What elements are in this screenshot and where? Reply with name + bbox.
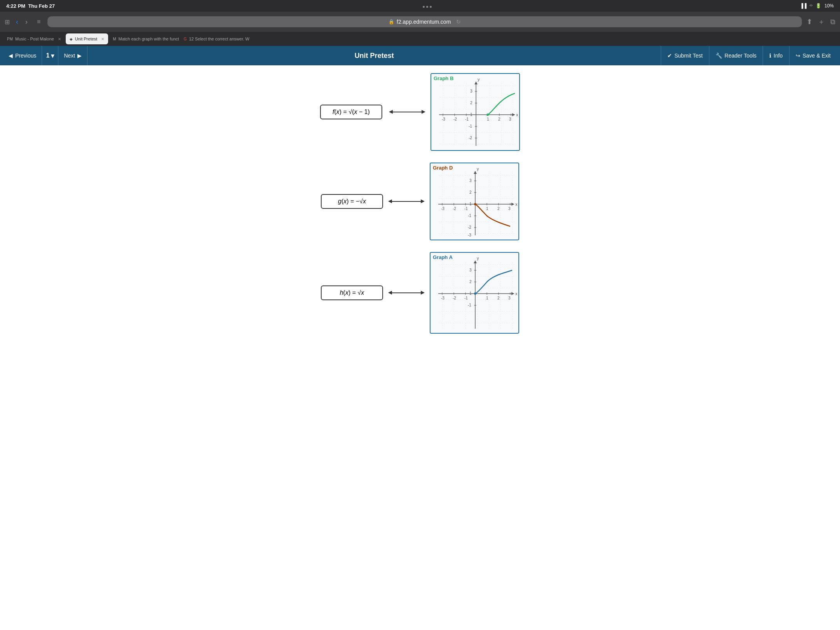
svg-text:-3: -3	[442, 117, 445, 121]
forward-button[interactable]: ›	[23, 16, 30, 28]
next-icon: ▶	[77, 52, 82, 59]
function-row-d: g(x) = −√x ▶ ◀ Graph D	[264, 163, 576, 240]
checkmark-icon: ✔	[667, 52, 672, 59]
svg-text:x: x	[515, 202, 518, 206]
previous-button[interactable]: ◀ Previous	[3, 46, 42, 65]
address-bar[interactable]: 🔒 f2.app.edmentum.com ↻	[47, 16, 802, 27]
question-number: 1	[46, 52, 49, 59]
graph-d-svg: x y -3 -2 -1 1 2 3 3 2 1 -1 -2 -3	[430, 163, 519, 240]
tab-match[interactable]: M Match each graph with the functi...	[109, 33, 179, 44]
svg-text:x: x	[516, 112, 518, 117]
tab-match-label: Match each graph with the functi...	[118, 37, 179, 41]
wifi-icon: ⌔	[810, 3, 812, 9]
svg-text:-1: -1	[469, 124, 472, 128]
toolbar-right: ✔ Submit Test 🔧 Reader Tools ℹ Info ↪ Sa…	[661, 46, 837, 65]
function-box-f: f(x) = √(x − 1)	[320, 105, 382, 119]
svg-text:x: x	[515, 291, 518, 296]
arrow-h: ▶ ◀	[391, 292, 422, 293]
tab-unit-label: Unit Pretest	[75, 37, 97, 41]
save-exit-button[interactable]: ↪ Save & Exit	[789, 46, 837, 65]
reading-mode-button[interactable]: ≡	[35, 17, 43, 27]
previous-label: Previous	[15, 52, 36, 59]
battery-percent: 10%	[824, 3, 834, 9]
svg-text:1: 1	[487, 117, 489, 121]
graph-b-svg: x y -3 -2 -1 1 2 3 3 2 1 -1 -2	[431, 74, 520, 151]
svg-text:3: 3	[469, 268, 472, 272]
info-button[interactable]: ℹ Info	[763, 46, 789, 65]
svg-text:-1: -1	[468, 303, 471, 307]
tab-select-icon: G	[184, 37, 187, 41]
nav-icons: ⊞ ‹ ›	[5, 16, 30, 28]
toolbar-title: Unit Pretest	[88, 52, 661, 60]
status-time: 4:22 PM Thu Feb 27	[6, 3, 55, 9]
url-text: f2.app.edmentum.com	[397, 19, 451, 25]
svg-text:2: 2	[498, 117, 500, 121]
svg-text:-1: -1	[465, 117, 469, 121]
svg-text:-1: -1	[464, 296, 468, 300]
function-f-label: f(x) = √(x − 1)	[332, 108, 370, 115]
new-tab-icon[interactable]: ＋	[818, 17, 825, 26]
toolbar: ◀ Previous 1 ▾ Next ▶ Unit Pretest ✔ Sub…	[0, 46, 840, 65]
next-button[interactable]: Next ▶	[58, 46, 88, 65]
reload-button[interactable]: ↻	[456, 19, 461, 25]
graph-a-container: Graph A x y -3 -2 -1 1 2	[430, 252, 519, 334]
tab-select-label: 12 Select the correct answer. Wh...	[189, 37, 250, 41]
tab-match-icon: M	[113, 37, 116, 41]
browser-tabs: PM Music - Post Malone ✕ ◈ Unit Pretest …	[0, 32, 840, 46]
svg-text:2: 2	[470, 101, 472, 105]
svg-text:1: 1	[469, 202, 472, 206]
svg-point-29	[486, 114, 489, 116]
function-row-a: h(x) = √x ▶ ◀ Graph A	[264, 252, 576, 334]
back-button[interactable]: ‹	[14, 16, 21, 28]
graph-a-label: Graph A	[433, 254, 453, 260]
svg-text:-2: -2	[469, 136, 472, 140]
info-icon: ℹ	[769, 52, 771, 59]
status-center-dots	[423, 4, 432, 8]
svg-text:1: 1	[469, 291, 472, 296]
svg-text:1: 1	[486, 206, 488, 211]
svg-text:-3: -3	[468, 233, 471, 237]
lock-icon: 🔒	[388, 19, 394, 24]
svg-text:3: 3	[470, 89, 472, 93]
svg-text:-1: -1	[468, 214, 471, 218]
svg-point-88	[474, 292, 476, 295]
function-row-b: f(x) = √(x − 1) ▶ ◀ Graph B	[264, 73, 576, 151]
tab-music-label: Music - Post Malone	[15, 37, 54, 41]
graph-d-container: Graph D x y -3 -2 -1 1 2	[430, 163, 519, 240]
svg-text:y: y	[478, 77, 480, 82]
reader-tools-button[interactable]: 🔧 Reader Tools	[709, 46, 763, 65]
save-exit-label: Save & Exit	[803, 52, 831, 59]
svg-text:y: y	[477, 256, 479, 261]
status-bar: 4:22 PM Thu Feb 27 ▐▐ ⌔ 🔋 10%	[0, 0, 840, 12]
share-icon[interactable]: ⬆	[807, 18, 812, 26]
question-selector[interactable]: 1 ▾	[42, 46, 58, 65]
submit-label: Submit Test	[674, 52, 703, 59]
svg-text:-2: -2	[453, 296, 456, 300]
svg-text:2: 2	[497, 296, 500, 300]
graph-d-label: Graph D	[433, 165, 453, 171]
svg-point-60	[474, 203, 476, 205]
tabs-overview-icon[interactable]: ⧉	[830, 18, 835, 26]
function-h-label: h(x) = √x	[340, 289, 364, 296]
svg-text:2: 2	[469, 280, 472, 284]
main-content: f(x) = √(x − 1) ▶ ◀ Graph B	[0, 65, 840, 630]
battery-icon: 🔋	[816, 3, 821, 9]
svg-text:3: 3	[509, 117, 511, 121]
tab-select[interactable]: G 12 Select the correct answer. Wh...	[180, 33, 250, 44]
tab-music-close[interactable]: ✕	[58, 37, 61, 41]
sidebar-icon[interactable]: ⊞	[5, 18, 10, 26]
tab-unit-pretest[interactable]: ◈ Unit Pretest ✕	[66, 33, 108, 44]
svg-rect-62	[438, 261, 514, 329]
svg-text:y: y	[477, 166, 479, 171]
tab-unit-close[interactable]: ✕	[101, 37, 104, 41]
info-label: Info	[774, 52, 782, 59]
svg-text:3: 3	[508, 206, 511, 211]
graph-a-svg: x y -3 -2 -1 1 2 3 3 2 1 -1	[430, 253, 519, 334]
submit-test-button[interactable]: ✔ Submit Test	[661, 46, 709, 65]
browser-actions: ⬆ ＋ ⧉	[807, 17, 835, 26]
reader-tools-label: Reader Tools	[724, 52, 756, 59]
svg-text:1: 1	[470, 112, 472, 117]
tab-music[interactable]: PM Music - Post Malone ✕	[3, 33, 65, 44]
function-g-label: g(x) = −√x	[338, 198, 366, 205]
function-box-g: g(x) = −√x	[321, 194, 383, 209]
